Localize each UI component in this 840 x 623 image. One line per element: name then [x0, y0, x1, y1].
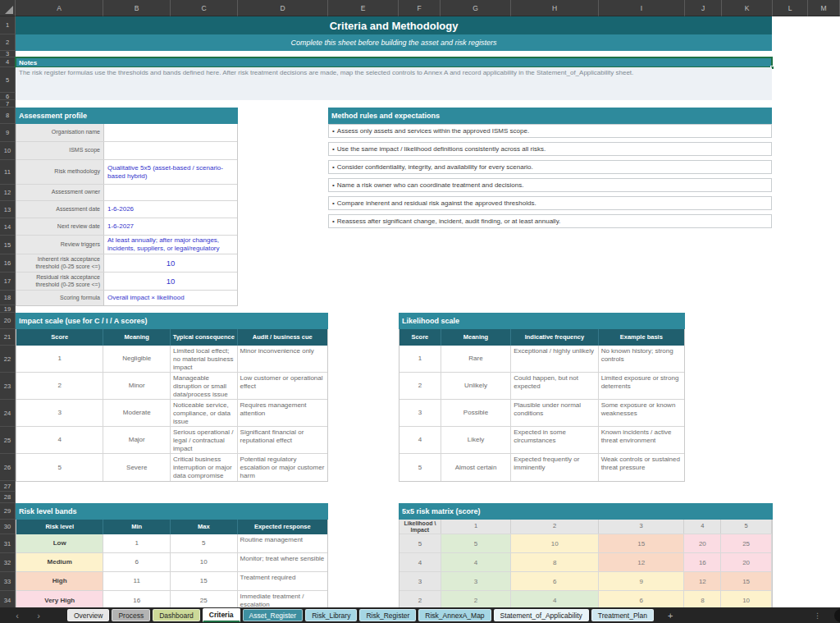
- row-header-3[interactable]: 3: [0, 51, 16, 57]
- row-header-19[interactable]: 19: [0, 305, 16, 313]
- likelihood-cell[interactable]: Some exposure or known weaknesses: [599, 400, 684, 426]
- likelihood-cell[interactable]: Likely: [441, 427, 512, 453]
- likelihood-cell[interactable]: Could happen, but not expected: [511, 373, 598, 399]
- sheet-tab-treatment_plan[interactable]: Treatment_Plan: [591, 609, 654, 621]
- matrix-likelihood-cell[interactable]: 4: [399, 553, 441, 571]
- matrix-score-cell[interactable]: 6: [599, 591, 685, 609]
- sheet-tab-dashboard[interactable]: Dashboard: [153, 609, 200, 621]
- column-header-L[interactable]: L: [773, 0, 808, 16]
- matrix-score-cell[interactable]: 10: [721, 591, 772, 609]
- impact-column-header[interactable]: Meaning: [103, 329, 171, 346]
- bands-column-header[interactable]: Max: [171, 520, 238, 534]
- impact-cell[interactable]: Severe: [103, 454, 171, 481]
- matrix-score-cell[interactable]: 2: [441, 591, 512, 609]
- band-max-cell[interactable]: 10: [171, 553, 238, 571]
- matrix-score-cell[interactable]: 20: [684, 534, 721, 552]
- row-header-5[interactable]: 5: [0, 67, 16, 93]
- matrix-score-cell[interactable]: 8: [511, 553, 599, 571]
- method-rule-cell[interactable]: •Consider confidentiality, integrity, an…: [328, 160, 772, 174]
- column-header-K[interactable]: K: [722, 0, 773, 16]
- row-header-27[interactable]: 27: [0, 481, 16, 492]
- row-header-28[interactable]: 28: [0, 492, 16, 503]
- impact-cell[interactable]: Negligible: [103, 346, 171, 372]
- column-header-F[interactable]: F: [399, 0, 441, 16]
- column-header-C[interactable]: C: [171, 0, 238, 16]
- matrix-score-cell[interactable]: 8: [684, 591, 721, 609]
- band-min-cell[interactable]: 6: [103, 553, 171, 571]
- likelihood-column-header[interactable]: Example basis: [599, 329, 684, 346]
- column-header-D[interactable]: D: [238, 0, 328, 16]
- bands-column-header[interactable]: Min: [103, 520, 171, 534]
- likelihood-column-header[interactable]: Score: [399, 329, 441, 346]
- impact-cell[interactable]: 1: [16, 346, 103, 372]
- matrix-impact-header-cell[interactable]: 5: [721, 520, 772, 534]
- profile-value-cell[interactable]: 1-6-2026: [104, 201, 237, 218]
- profile-value-cell[interactable]: [104, 185, 237, 200]
- row-header-24[interactable]: 24: [0, 400, 16, 427]
- column-header-J[interactable]: J: [685, 0, 722, 16]
- method-rule-cell[interactable]: •Use the same impact / likelihood defini…: [328, 142, 772, 156]
- row-header-32[interactable]: 32: [0, 553, 16, 572]
- impact-cell[interactable]: 2: [16, 373, 103, 399]
- row-header-23[interactable]: 23: [0, 373, 16, 400]
- likelihood-cell[interactable]: Unlikely: [441, 373, 512, 399]
- column-header-B[interactable]: B: [103, 0, 171, 16]
- likelihood-cell[interactable]: Weak controls or sustained threat pressu…: [599, 454, 684, 481]
- likelihood-column-header[interactable]: Indicative frequency: [511, 329, 598, 346]
- likelihood-cell[interactable]: Exceptional / highly unlikely: [511, 346, 598, 372]
- row-header-8[interactable]: 8: [0, 108, 16, 124]
- sheet-tab-risk_register[interactable]: Risk_Register: [359, 609, 416, 621]
- band-level-cell[interactable]: Medium: [16, 553, 103, 571]
- impact-cell[interactable]: Potential regulatory escalation or major…: [238, 454, 327, 481]
- select-all-button[interactable]: [0, 0, 16, 16]
- impact-cell[interactable]: Serious operational / legal / contractua…: [171, 427, 238, 453]
- impact-cell[interactable]: Low customer or operational effect: [238, 373, 327, 399]
- sheet-nav-right-arrow[interactable]: ›: [33, 611, 44, 621]
- column-header-E[interactable]: E: [328, 0, 399, 16]
- impact-cell[interactable]: Requires management attention: [238, 400, 327, 426]
- matrix-score-cell[interactable]: 15: [599, 534, 685, 552]
- sheet-tab-asset_register[interactable]: Asset_Register: [243, 609, 304, 621]
- row-header-26[interactable]: 26: [0, 454, 16, 481]
- sheet-tab-statement_of_applicability[interactable]: Statement_of_Applicability: [494, 609, 589, 621]
- band-response-cell[interactable]: Routine management: [238, 534, 327, 552]
- matrix-score-cell[interactable]: 5: [441, 534, 512, 552]
- matrix-score-cell[interactable]: 9: [599, 572, 685, 590]
- row-header-11[interactable]: 11: [0, 160, 16, 185]
- column-header-H[interactable]: H: [511, 0, 599, 16]
- likelihood-cell[interactable]: 5: [399, 454, 441, 481]
- matrix-likelihood-cell[interactable]: 5: [399, 534, 441, 552]
- impact-cell[interactable]: Moderate: [103, 400, 171, 426]
- matrix-score-cell[interactable]: 10: [511, 534, 599, 552]
- likelihood-cell[interactable]: Known incidents / active threat environm…: [599, 427, 684, 453]
- matrix-corner-cell[interactable]: Likelihood \ Impact: [399, 520, 441, 534]
- matrix-score-cell[interactable]: 15: [721, 572, 772, 590]
- impact-cell[interactable]: Critical business interruption or major …: [171, 454, 238, 481]
- likelihood-cell[interactable]: No known history; strong controls: [599, 346, 684, 372]
- matrix-score-cell[interactable]: 12: [684, 572, 721, 590]
- band-level-cell[interactable]: High: [16, 572, 103, 590]
- matrix-impact-header-cell[interactable]: 3: [599, 520, 685, 534]
- band-response-cell[interactable]: Treatment required: [238, 572, 327, 590]
- method-rule-cell[interactable]: •Compare inherent and residual risk agai…: [328, 196, 772, 210]
- sheet-title-cell[interactable]: Criteria and Methodology: [16, 16, 772, 34]
- sheet-nav-left-arrow[interactable]: ‹: [11, 611, 23, 621]
- bands-column-header[interactable]: Risk level: [16, 520, 103, 534]
- profile-value-cell[interactable]: Overall impact × likelihood: [104, 291, 237, 305]
- row-header-20[interactable]: 20: [0, 313, 16, 329]
- impact-cell[interactable]: 4: [16, 427, 103, 453]
- band-min-cell[interactable]: 1: [103, 534, 171, 552]
- band-max-cell[interactable]: 15: [171, 572, 238, 590]
- row-header-2[interactable]: 2: [0, 34, 16, 51]
- method-rule-cell[interactable]: •Assess only assets and services within …: [328, 124, 772, 138]
- likelihood-cell[interactable]: Expected frequently or imminently: [511, 454, 598, 481]
- impact-cell[interactable]: 3: [16, 400, 103, 426]
- sheet-tab-risk_annexa_map[interactable]: Risk_AnnexA_Map: [418, 609, 491, 621]
- impact-cell[interactable]: Minor inconvenience only: [238, 346, 327, 372]
- row-header-9[interactable]: 9: [0, 124, 16, 142]
- add-sheet-button[interactable]: +: [668, 611, 673, 621]
- likelihood-cell[interactable]: Possible: [441, 400, 512, 426]
- column-header-M[interactable]: M: [808, 0, 840, 16]
- bands-column-header[interactable]: Expected response: [238, 520, 327, 534]
- method-rule-cell[interactable]: •Name a risk owner who can coordinate tr…: [328, 178, 772, 192]
